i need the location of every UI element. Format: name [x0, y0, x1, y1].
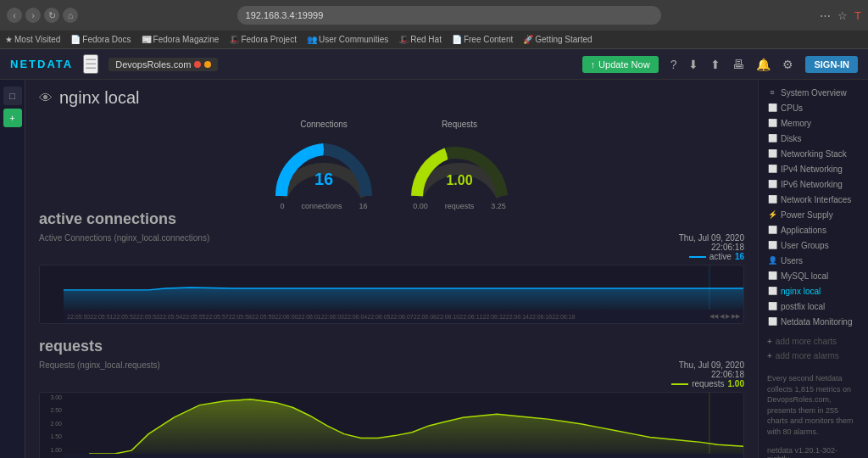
connections-gauge: Connections 16 0 connections — [269, 120, 379, 210]
networking-stack-icon: ⬜ — [767, 148, 777, 159]
bookmark-getting-started[interactable]: 🚀 Getting Started — [523, 35, 592, 44]
sidebar-item-label: Netdata Monitoring — [781, 317, 853, 327]
active-connections-title: active connections — [39, 210, 744, 228]
system-overview-icon: ≡ — [767, 87, 777, 98]
sidebar-item-label: System Overview — [781, 88, 847, 98]
signin-button[interactable]: SIGN-IN — [805, 56, 858, 73]
site-badge: DevopsRoles.com — [108, 58, 218, 71]
sidebar-item-postfix-local[interactable]: ⬜ postfix local — [759, 299, 868, 314]
sidebar-item-network-interfaces[interactable]: ⬜ Network Interfaces — [759, 192, 868, 207]
sidebar-item-label: Applications — [781, 226, 826, 235]
mysql-icon: ⬜ — [767, 271, 777, 281]
requests-subtitle: Requests (nginx_local.requests) — [39, 360, 160, 370]
notifications-icon[interactable]: 🔔 — [756, 58, 771, 71]
browser-toolbar: ‹ › ↻ ⌂ 192.168.3.4:19999 ⋯ ☆ T — [0, 0, 868, 31]
nav-buttons: ‹ › ↻ ⌂ — [7, 8, 78, 23]
bookmark-fedora-docs[interactable]: 📄 Fedora Docs — [70, 35, 131, 44]
connections-max: 16 — [359, 202, 368, 210]
requests-y-axis: 3.00 2.50 2.00 1.50 1.00 0.50 — [40, 393, 64, 458]
help-icon[interactable]: ? — [670, 58, 677, 71]
sidebar-item-label: postfix local — [781, 302, 825, 311]
memory-icon: ⬜ — [767, 118, 777, 128]
sidebar-item-disks[interactable]: ⬜ Disks — [759, 131, 868, 146]
postfix-icon: ⬜ — [767, 301, 777, 311]
sidebar-item-user-groups[interactable]: ⬜ User Groups — [759, 237, 868, 253]
bookmarks-bar: ★ Most Visited 📄 Fedora Docs 📰 Fedora Ma… — [0, 31, 868, 49]
sidebar-item-system-overview[interactable]: ≡ System Overview — [759, 85, 868, 100]
sidebar-item-label: User Groups — [781, 241, 829, 250]
add-alarms-plus-icon: + — [767, 351, 772, 360]
settings-icon[interactable]: ⚙ — [782, 58, 793, 71]
sidebar-item-ipv4[interactable]: ⬜ IPv4 Networking — [759, 161, 868, 176]
download-icon[interactable]: ⬇ — [688, 58, 698, 71]
add-more-alarms-action[interactable]: + add more alarms — [759, 349, 868, 363]
bookmark-user-communities[interactable]: 👥 User Communities — [307, 35, 388, 44]
active-legend-value: 16 — [735, 252, 744, 261]
sidebar-version: netdata v1.20.1-302-nightly — [759, 443, 868, 458]
forward-button[interactable]: › — [25, 8, 41, 23]
bookmark-icon[interactable]: ☆ — [837, 9, 848, 22]
connections-label: Connections — [300, 120, 348, 129]
sidebar-item-label: MySQL local — [781, 271, 828, 281]
home-button[interactable]: ⌂ — [63, 8, 78, 23]
extensions-icon[interactable]: ⋯ — [820, 9, 831, 22]
sidebar-item-label: IPv4 Networking — [781, 165, 843, 174]
applications-icon: ⬜ — [767, 225, 777, 235]
sidebar-item-label: Users — [781, 256, 803, 265]
sidebar-item-mysql-local[interactable]: ⬜ MySQL local — [759, 268, 868, 283]
address-bar[interactable]: 192.168.3.4:19999 — [237, 6, 661, 25]
profile-icon[interactable]: T — [854, 9, 861, 22]
requests-timestamp: Thu, Jul 09, 202022:06:18 — [671, 360, 744, 379]
user-groups-icon: ⬜ — [767, 240, 777, 250]
add-button[interactable]: + — [3, 109, 22, 127]
bookmark-redhat[interactable]: 🎩 Red Hat — [398, 35, 442, 44]
sidebar-item-label: Disks — [781, 134, 801, 143]
sidebar-item-label: CPUs — [781, 103, 803, 113]
bookmark-fedora-magazine[interactable]: 📰 Fedora Magazine — [142, 35, 220, 44]
collapse-button[interactable]: □ — [3, 87, 22, 105]
page-title: nginx local — [59, 88, 140, 108]
requests-min: 0.00 — [413, 202, 428, 210]
bookmark-most-visited[interactable]: ★ Most Visited — [5, 35, 60, 44]
requests-svg — [64, 393, 743, 454]
refresh-button[interactable]: ↻ — [44, 8, 59, 23]
disks-icon: ⬜ — [767, 133, 777, 143]
sidebar-item-cpus[interactable]: ⬜ CPUs — [759, 100, 868, 115]
requests-scale: 0.00 requests 3.25 — [413, 202, 506, 210]
sidebar-item-applications[interactable]: ⬜ Applications — [759, 222, 868, 237]
ipv6-icon: ⬜ — [767, 179, 777, 189]
add-more-charts-action[interactable]: + add more charts — [759, 334, 868, 349]
sidebar-item-netdata-monitoring[interactable]: ⬜ Netdata Monitoring — [759, 314, 868, 329]
ipv4-icon: ⬜ — [767, 164, 777, 174]
requests-legend-value: 1.00 — [728, 379, 744, 388]
connections-min: 0 — [280, 202, 284, 210]
sidebar-item-memory[interactable]: ⬜ Memory — [759, 115, 868, 131]
top-nav: NETDATA ☰ DevopsRoles.com ↑ Update Now ?… — [0, 49, 868, 80]
sidebar-item-power-supply[interactable]: ⚡ Power Supply — [759, 207, 868, 222]
sidebar-item-users[interactable]: 👤 Users — [759, 253, 868, 268]
address-text: 192.168.3.4:19999 — [246, 10, 324, 20]
add-charts-label: add more charts — [776, 337, 837, 346]
requests-legend: Thu, Jul 09, 202022:06:18 requests 1.00 — [671, 360, 744, 388]
topnav-right: ↑ Update Now ? ⬇ ⬆ 🖶 🔔 ⚙ SIGN-IN — [582, 56, 858, 73]
sidebar-item-networking-stack[interactable]: ⬜ Networking Stack — [759, 146, 868, 161]
nginx-icon: ⬜ — [767, 286, 777, 296]
hamburger-menu[interactable]: ☰ — [83, 54, 98, 74]
update-icon: ↑ — [591, 59, 596, 70]
bookmark-fedora-project[interactable]: 🎩 Fedora Project — [229, 35, 297, 44]
sidebar-info-text: Every second Netdata collects 1,815 metr… — [759, 368, 868, 443]
active-connections-subtitle: Active Connections (nginx_local.connecti… — [39, 233, 209, 243]
back-button[interactable]: ‹ — [7, 8, 22, 23]
alarm-red-dot — [194, 61, 201, 68]
power-supply-icon: ⚡ — [767, 209, 777, 220]
svg-text:1.00: 1.00 — [446, 173, 472, 187]
print-icon[interactable]: 🖶 — [732, 58, 744, 71]
sidebar-item-nginx-local[interactable]: ⬜ nginx local — [759, 283, 868, 299]
bookmark-free-content[interactable]: 📄 Free Content — [452, 35, 513, 44]
sidebar-item-ipv6[interactable]: ⬜ IPv6 Networking — [759, 176, 868, 192]
sidebar-item-label: nginx local — [781, 287, 821, 296]
update-button[interactable]: ↑ Update Now — [582, 56, 659, 73]
requests-unit: requests — [445, 202, 475, 210]
upload-icon[interactable]: ⬆ — [710, 58, 721, 71]
sidebar-item-label: Network Interfaces — [781, 195, 851, 204]
